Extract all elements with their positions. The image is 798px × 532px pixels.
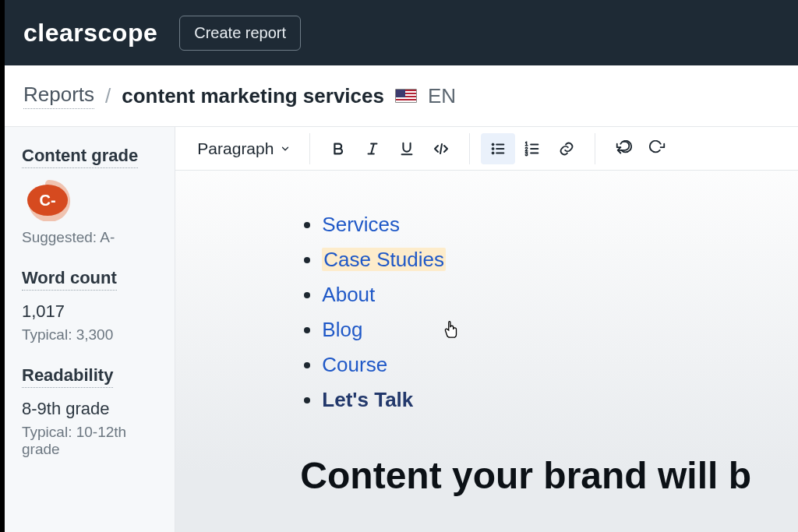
- redo-icon: [649, 140, 666, 157]
- undo-icon: [615, 140, 632, 157]
- list-item: About: [322, 283, 751, 307]
- readability-label: Readability: [22, 365, 113, 388]
- highlighted-text: Case Studies: [322, 248, 446, 271]
- chevron-down-icon: [280, 143, 291, 154]
- svg-text:3: 3: [525, 151, 528, 157]
- main-area: Content grade C- Suggested: A- Word coun…: [5, 126, 798, 532]
- services-link[interactable]: Services: [322, 213, 400, 236]
- editor-content[interactable]: Services Case Studies About Blog Course …: [175, 171, 798, 497]
- list-item: Services: [322, 213, 751, 237]
- paragraph-dropdown[interactable]: Paragraph: [189, 135, 298, 163]
- ordered-list-button[interactable]: 123: [515, 133, 549, 164]
- italic-icon: [364, 140, 381, 157]
- logo: clearscope: [23, 19, 157, 48]
- list-item: Blog: [322, 318, 751, 342]
- content-grade-label: Content grade: [22, 146, 138, 168]
- editor-column: Paragraph 123: [175, 127, 798, 532]
- list-item: Course: [322, 353, 751, 377]
- toolbar-divider: [309, 133, 310, 164]
- undo-button[interactable]: [606, 133, 641, 164]
- readability-value: 8-9th grade: [22, 399, 157, 419]
- italic-button[interactable]: [355, 133, 390, 164]
- toolbar-divider: [595, 133, 595, 164]
- ordered-list-icon: 123: [524, 140, 541, 157]
- grade-suggested: Suggested: A-: [22, 229, 157, 246]
- breadcrumb-reports-link[interactable]: Reports: [23, 83, 94, 109]
- grade-badge-wrap: C-: [22, 179, 157, 221]
- word-count-typical: Typical: 3,300: [22, 326, 157, 344]
- grade-arc-icon: C-: [22, 179, 76, 221]
- paragraph-label: Paragraph: [197, 139, 274, 158]
- grade-value: C-: [39, 192, 55, 209]
- word-count-value: 1,017: [22, 301, 157, 322]
- app-frame: clearscope Create report Reports / conte…: [5, 0, 798, 532]
- about-link[interactable]: About: [322, 283, 375, 306]
- blog-link[interactable]: Blog: [322, 318, 362, 341]
- underline-icon: [398, 140, 415, 157]
- link-button[interactable]: [549, 133, 584, 164]
- bold-button[interactable]: [321, 133, 355, 164]
- top-bar: clearscope Create report: [5, 0, 798, 65]
- breadcrumb-separator: /: [105, 84, 111, 108]
- word-count-label: Word count: [22, 268, 117, 291]
- svg-point-1: [493, 143, 495, 146]
- breadcrumb: Reports / content marketing services EN: [5, 65, 798, 126]
- bullet-list-button[interactable]: [481, 133, 515, 164]
- svg-point-3: [493, 152, 495, 154]
- editor-toolbar: Paragraph 123: [175, 127, 798, 171]
- readability-typical: Typical: 10-12th grade: [22, 424, 157, 458]
- lets-talk-link[interactable]: Let's Talk: [322, 388, 413, 411]
- list-item: Let's Talk: [322, 388, 751, 412]
- bullet-list-icon: [489, 140, 507, 157]
- us-flag-icon: [395, 89, 417, 103]
- underline-button[interactable]: [390, 133, 424, 164]
- case-studies-link[interactable]: Case Studies: [322, 248, 446, 271]
- course-link[interactable]: Course: [322, 353, 387, 376]
- language-label: EN: [428, 84, 456, 108]
- svg-point-2: [493, 147, 495, 150]
- content-heading: Content your brand will b: [300, 454, 751, 497]
- code-icon: [432, 139, 450, 158]
- metrics-sidebar: Content grade C- Suggested: A- Word coun…: [5, 127, 175, 532]
- bold-icon: [330, 140, 347, 157]
- code-button[interactable]: [424, 133, 458, 164]
- create-report-button[interactable]: Create report: [179, 16, 301, 51]
- list-item: Case Studies: [322, 248, 751, 272]
- breadcrumb-title: content marketing services: [122, 84, 384, 108]
- toolbar-divider: [469, 133, 470, 164]
- redo-button[interactable]: [641, 133, 675, 164]
- nav-list: Services Case Studies About Blog Course …: [300, 213, 751, 412]
- link-icon: [558, 140, 575, 157]
